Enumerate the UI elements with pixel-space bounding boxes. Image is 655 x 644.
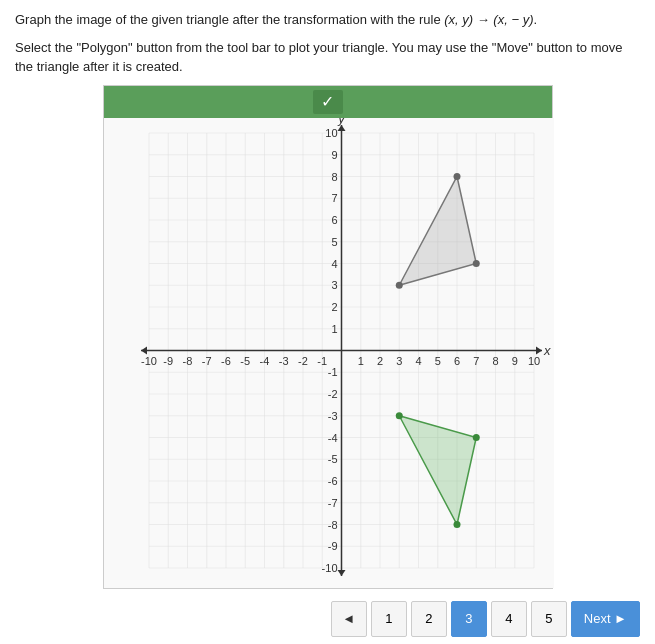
graph-area — [104, 118, 552, 588]
pagination: ◄ 1 2 3 4 5 Next ► — [15, 601, 640, 637]
graph-container: ✓ — [103, 85, 553, 589]
coordinate-graph — [104, 118, 554, 588]
toolbar: ✓ — [104, 86, 552, 118]
instruction-line1: Graph the image of the given triangle af… — [15, 10, 640, 30]
page-5-button[interactable]: 5 — [531, 601, 567, 637]
page-1-button[interactable]: 1 — [371, 601, 407, 637]
prev-button[interactable]: ◄ — [331, 601, 367, 637]
page-3-button[interactable]: 3 — [451, 601, 487, 637]
page-2-button[interactable]: 2 — [411, 601, 447, 637]
instructions-container: Graph the image of the given triangle af… — [15, 10, 640, 77]
instruction-line2: Select the "Polygon" button from the too… — [15, 38, 640, 77]
check-button[interactable]: ✓ — [313, 90, 343, 114]
page-4-button[interactable]: 4 — [491, 601, 527, 637]
next-button[interactable]: Next ► — [571, 601, 640, 637]
